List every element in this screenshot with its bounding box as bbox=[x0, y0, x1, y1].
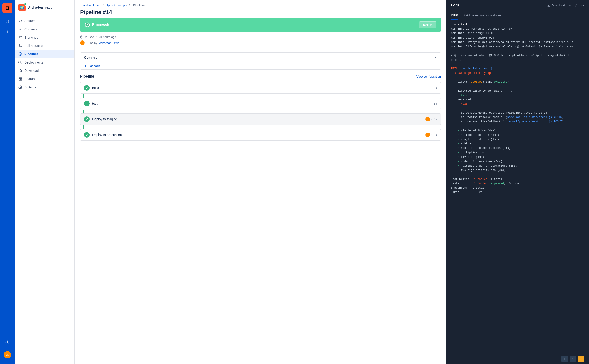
step-prod-icon bbox=[84, 132, 90, 138]
sidebar-item-boards[interactable]: Boards bbox=[15, 75, 74, 83]
step-prod-duration: 6s bbox=[434, 133, 437, 137]
add-button[interactable] bbox=[2, 27, 13, 37]
log-line: ✓ multiple order of operations (1ms) bbox=[451, 164, 584, 168]
svg-point-0 bbox=[6, 20, 8, 23]
step-check-icon-4 bbox=[85, 133, 88, 136]
download-icon bbox=[547, 4, 550, 7]
svg-rect-21 bbox=[19, 79, 20, 80]
duration-text: 26 sec bbox=[85, 35, 94, 39]
log-line: ✓ subtraction bbox=[451, 142, 584, 146]
sidebar-item-deployments[interactable]: Deployments bbox=[15, 58, 74, 66]
boards-icon bbox=[18, 77, 22, 81]
separator: • bbox=[96, 35, 97, 39]
app-badge bbox=[24, 3, 27, 6]
help-button[interactable] bbox=[2, 337, 13, 347]
light-toggle-button[interactable] bbox=[578, 356, 584, 362]
breadcrumb: Jonathon Lowe / alpha-team-app / Pipelin… bbox=[75, 0, 446, 7]
sidebar-item-settings[interactable]: Settings bbox=[15, 83, 74, 91]
svg-rect-18 bbox=[19, 78, 20, 79]
branches-icon bbox=[18, 36, 22, 39]
sidebar-label-downloads: Downloads bbox=[24, 69, 40, 72]
log-line: ✓ single addition (4ms) bbox=[451, 129, 584, 133]
svg-point-31 bbox=[583, 5, 583, 5]
add-service-link[interactable]: + Add a service or database bbox=[464, 13, 501, 17]
commit-card: Commit 0deeacb bbox=[80, 52, 441, 70]
step-test[interactable]: test 6s bbox=[80, 98, 441, 109]
meta-duration: 26 sec • 20 hours ago bbox=[80, 35, 441, 39]
log-line: 5.75 bbox=[451, 93, 584, 98]
scroll-up-button[interactable]: ↑ bbox=[570, 356, 576, 362]
sidebar-item-pull-requests[interactable]: Pull requests bbox=[15, 42, 74, 50]
step-build-duration: 6s bbox=[434, 86, 437, 90]
sidebar-item-branches[interactable]: Branches bbox=[15, 33, 74, 42]
commit-hash-link[interactable]: 0deeacb bbox=[89, 64, 100, 68]
svg-point-13 bbox=[19, 44, 20, 45]
sidebar-item-commits[interactable]: Commits bbox=[15, 25, 74, 33]
page-title: Pipeline #14 bbox=[80, 9, 441, 15]
sidebar-label-branches: Branches bbox=[24, 36, 38, 39]
log-line: npm info it worked if it ends with ok bbox=[451, 27, 584, 31]
log-line: Tests: 1 failed, 9 passed, 10 total bbox=[451, 182, 584, 186]
view-config-link[interactable]: View configuration bbox=[416, 75, 441, 78]
svg-line-1 bbox=[8, 22, 9, 23]
push-author-link[interactable]: Jonathon Lowe bbox=[99, 41, 119, 45]
svg-line-30 bbox=[575, 6, 576, 6]
svg-point-33 bbox=[582, 5, 582, 5]
sidebar-item-source[interactable]: Source bbox=[15, 17, 74, 25]
more-icon bbox=[581, 4, 584, 7]
svg-line-37 bbox=[582, 360, 582, 360]
step-test-duration: 6s bbox=[434, 102, 437, 105]
scroll-down-button[interactable]: ↓ bbox=[561, 356, 568, 362]
log-line bbox=[451, 49, 584, 53]
user-avatar[interactable]: JL bbox=[4, 351, 11, 358]
log-line: ✓ addition and subtraction (1ms) bbox=[451, 146, 584, 150]
step-staging-avatar bbox=[425, 117, 430, 122]
svg-point-10 bbox=[21, 36, 22, 37]
push-row: Push by Jonathon Lowe bbox=[80, 40, 441, 45]
breadcrumb-repo[interactable]: alpha-team-app bbox=[106, 4, 127, 7]
step-staging-duration: 6s bbox=[434, 117, 437, 121]
log-line: npm info using npm@3.10.10 bbox=[451, 31, 584, 36]
log-line bbox=[451, 124, 584, 128]
step-deploy-staging[interactable]: Deploy to staging • 6s bbox=[80, 113, 441, 125]
more-button[interactable] bbox=[581, 4, 584, 7]
logs-body[interactable]: + npm testnpm info it worked if it ends … bbox=[446, 20, 589, 354]
sidebar-header: 🌍 Alpha-team-app bbox=[15, 0, 74, 15]
step-deploy-production[interactable]: Deploy to production • 6s bbox=[80, 129, 441, 141]
breadcrumb-user[interactable]: Jonathon Lowe bbox=[80, 4, 100, 7]
log-line: + npm test bbox=[451, 23, 584, 27]
pipeline-section-title: Pipeline bbox=[80, 74, 94, 78]
log-line: at Object.<anonymous>.test (calculator.t… bbox=[451, 111, 584, 115]
sidebar-app-name: Alpha-team-app bbox=[28, 6, 52, 9]
log-line: npm info lifecycle @atlassian/calculator… bbox=[451, 40, 584, 45]
step-check-icon bbox=[85, 86, 88, 89]
sidebar-item-downloads[interactable]: Downloads bbox=[15, 66, 74, 75]
svg-line-29 bbox=[576, 4, 577, 5]
log-line: > @atlassian/calculator@1.0.0 test /opt/… bbox=[451, 53, 584, 58]
svg-point-25 bbox=[85, 65, 86, 66]
step-prod-name: Deploy to production bbox=[92, 133, 425, 137]
log-line: Received: bbox=[451, 98, 584, 102]
tab-build[interactable]: Build bbox=[451, 11, 458, 20]
downloads-icon bbox=[18, 69, 22, 72]
step-build[interactable]: build 6s bbox=[80, 82, 441, 94]
step-check-icon-2 bbox=[85, 102, 88, 105]
svg-point-6 bbox=[19, 29, 21, 30]
log-line bbox=[451, 75, 584, 80]
step-build-name: build bbox=[92, 86, 434, 90]
app-icon[interactable]: 🗑 bbox=[2, 3, 13, 13]
sidebar-label-settings: Settings bbox=[24, 85, 36, 89]
pr-icon bbox=[18, 44, 22, 48]
logs-panel: Logs Download raw Bu bbox=[446, 0, 589, 364]
expand-button[interactable] bbox=[574, 4, 577, 7]
search-button[interactable] bbox=[2, 17, 13, 27]
sidebar-label-pr: Pull requests bbox=[24, 44, 43, 48]
svg-point-22 bbox=[20, 87, 21, 88]
download-raw-button[interactable]: Download raw bbox=[547, 4, 571, 7]
sidebar-label-pipelines: Pipelines bbox=[24, 52, 39, 56]
sidebar-item-pipelines[interactable]: Pipelines bbox=[15, 50, 74, 58]
logs-header: Logs Download raw bbox=[446, 0, 589, 11]
rerun-button[interactable]: Rerun bbox=[419, 21, 436, 28]
commit-card-header[interactable]: Commit bbox=[80, 53, 440, 62]
sidebar-app-icon: 🌍 bbox=[18, 4, 26, 11]
